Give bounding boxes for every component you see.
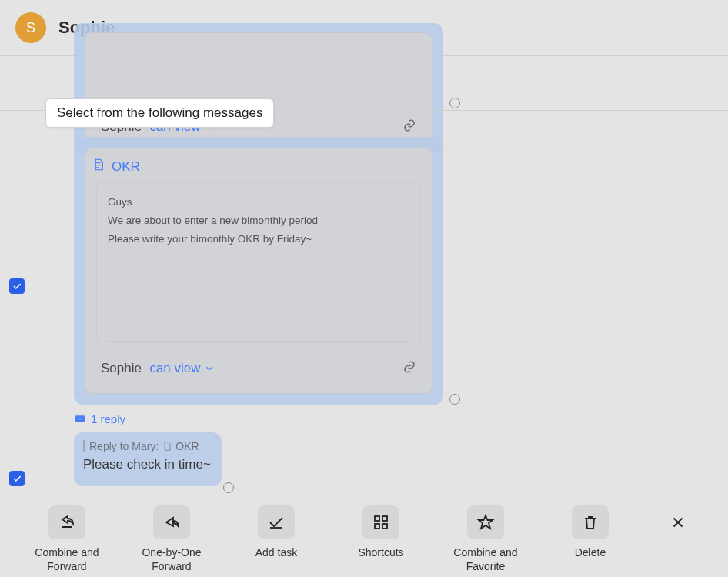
svg-rect-7 <box>382 524 387 529</box>
doc-body-divider <box>108 341 409 342</box>
action-label: Combine and Forward <box>35 545 99 573</box>
action-label: One-by-One Forward <box>142 545 201 573</box>
combine-favorite-button[interactable] <box>467 505 504 539</box>
selection-handle[interactable] <box>449 98 460 108</box>
action-label: Shortcuts <box>358 545 403 559</box>
quote-prefix: Reply to Mary: <box>89 440 159 452</box>
combine-forward-icon <box>58 513 76 532</box>
doc-permission-dropdown[interactable]: can view <box>149 361 214 376</box>
replies-count: 1 reply <box>91 412 125 425</box>
doc-title: OKR <box>112 159 140 175</box>
svg-rect-4 <box>375 516 379 521</box>
avatar-initial: S <box>26 20 35 36</box>
trash-icon <box>581 513 599 532</box>
link-icon[interactable] <box>402 118 416 135</box>
close-icon <box>670 514 686 531</box>
combine-forward-button[interactable] <box>48 505 85 539</box>
forward-icon <box>162 513 181 532</box>
document-icon <box>92 158 105 175</box>
message-text: Please check in time~ <box>83 457 212 472</box>
combine-forward-action[interactable]: Combine and Forward <box>32 505 102 573</box>
message-bubble[interactable]: Reply to Mary: OKR Please check in time~ <box>74 432 222 486</box>
combine-favorite-action[interactable]: Combine and Favorite <box>450 505 521 573</box>
link-icon[interactable] <box>402 360 416 377</box>
doc-permission-label: can view <box>149 361 200 376</box>
doc-card[interactable]: OKR Guys We are about to enter a new bim… <box>85 148 432 394</box>
action-label: Delete <box>575 545 606 559</box>
multiselect-action-bar: Combine and Forward One-by-One Forward A… <box>0 499 728 577</box>
doc-card[interactable]: Sophie can view <box>85 32 432 152</box>
check-icon <box>12 473 22 484</box>
check-icon <box>12 281 22 292</box>
doc-body-line: Guys <box>108 194 409 211</box>
document-icon <box>162 441 172 452</box>
quote-row: Reply to Mary: OKR <box>83 440 212 452</box>
doc-body-line: We are about to enter a new bimonthly pe… <box>108 212 409 229</box>
selection-tooltip: Select from the following messages <box>45 98 274 128</box>
chevron-down-icon <box>204 363 215 374</box>
quote-doc-name: OKR <box>175 440 199 452</box>
shortcuts-button[interactable] <box>362 505 399 539</box>
reply-bubble-icon <box>74 413 86 425</box>
delete-action[interactable]: Delete <box>555 505 626 559</box>
doc-card-footer: Sophie can view <box>96 355 421 382</box>
svg-point-3 <box>82 418 83 419</box>
task-check-icon <box>267 513 286 532</box>
svg-rect-6 <box>375 524 379 529</box>
selection-handle[interactable] <box>449 394 460 405</box>
tooltip-text: Select from the following messages <box>57 105 262 120</box>
star-icon <box>476 513 495 532</box>
doc-body: Guys We are about to enter a new bimonth… <box>96 182 421 342</box>
svg-point-1 <box>77 418 78 419</box>
grid-icon <box>372 513 390 532</box>
message-checkbox[interactable] <box>9 278 25 294</box>
doc-author: Sophie <box>101 361 142 375</box>
svg-rect-5 <box>382 516 387 521</box>
message-checkbox[interactable] <box>9 471 25 486</box>
one-by-one-forward-button[interactable] <box>153 505 190 539</box>
one-by-one-forward-action[interactable]: One-by-One Forward <box>136 505 207 573</box>
svg-point-2 <box>79 418 81 419</box>
doc-title-row: OKR <box>92 158 140 175</box>
add-task-button[interactable] <box>258 505 295 539</box>
doc-body-line: Please write your bimonthly OKR by Frida… <box>108 231 409 248</box>
action-label: Combine and Favorite <box>453 545 517 573</box>
selection-handle[interactable] <box>223 482 234 493</box>
avatar[interactable]: S <box>15 12 46 43</box>
delete-button[interactable] <box>572 505 609 539</box>
shortcuts-action[interactable]: Shortcuts <box>346 505 416 559</box>
replies-link[interactable]: 1 reply <box>74 412 125 425</box>
add-task-action[interactable]: Add task <box>241 505 312 559</box>
action-label: Add task <box>255 545 297 559</box>
close-button[interactable] <box>660 505 696 539</box>
